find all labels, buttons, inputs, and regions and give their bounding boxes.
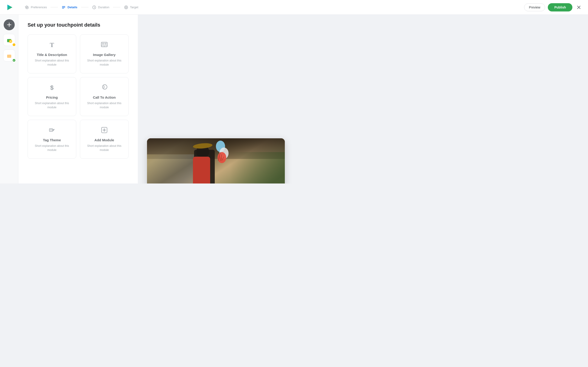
sidebar-item-2[interactable] xyxy=(3,50,15,61)
svg-rect-16 xyxy=(7,55,11,58)
page-title: Set up your touchpoint details xyxy=(27,22,129,28)
svg-point-7 xyxy=(126,7,126,8)
plus-icon xyxy=(7,22,12,27)
details-label: Details xyxy=(68,6,78,9)
pricing-icon: $ xyxy=(48,84,56,92)
backpack xyxy=(193,157,210,184)
module-card-cta[interactable]: Call To Action Short explanation about t… xyxy=(80,77,129,116)
street-right xyxy=(230,152,285,184)
module-desc-add: Short explanation about this module xyxy=(84,144,125,152)
svg-point-17 xyxy=(13,59,15,61)
video-placeholder: 0:48 xyxy=(147,138,285,184)
nav-sep-2 xyxy=(81,7,88,7)
nav-steps: Preferences Details Duration xyxy=(21,5,142,9)
person-silhouette xyxy=(188,145,225,184)
gear-icon xyxy=(25,5,29,9)
sidebar: ⏱ xyxy=(0,15,18,184)
svg-point-27 xyxy=(103,87,104,88)
module-desc-gallery: Short explanation about this module xyxy=(84,58,125,67)
module-name-gallery: Image Gallery xyxy=(93,53,115,57)
bag2-icon xyxy=(6,52,12,59)
tag-icon xyxy=(48,126,56,135)
balloon-strings xyxy=(214,152,227,161)
add-button[interactable] xyxy=(4,19,15,30)
svg-marker-0 xyxy=(7,5,12,10)
module-name-pricing: Pricing xyxy=(46,95,58,99)
details-icon xyxy=(61,5,66,9)
svg-text:⏱: ⏱ xyxy=(9,40,11,43)
module-desc-title: Short explanation about this module xyxy=(32,58,72,67)
badge-check xyxy=(12,58,16,62)
svg-text:$: $ xyxy=(50,84,54,91)
nav-step-preferences[interactable]: Preferences xyxy=(21,5,51,9)
nav-step-details[interactable]: Details xyxy=(58,5,81,9)
header: Preferences Details Duration xyxy=(0,0,294,15)
logo xyxy=(6,3,14,11)
gallery-icon xyxy=(101,41,108,50)
module-desc-pricing: Short explanation about this module xyxy=(32,101,72,109)
module-desc-cta: Short explanation about this module xyxy=(84,101,125,109)
add-module-icon xyxy=(101,126,108,135)
clock-icon xyxy=(92,5,96,9)
cta-icon xyxy=(101,84,108,92)
module-name-tag: Tag Theme xyxy=(43,138,61,142)
nav-sep-3 xyxy=(113,7,120,7)
title-icon: T xyxy=(48,41,56,50)
nav-step-duration[interactable]: Duration xyxy=(88,5,113,9)
svg-point-23 xyxy=(104,46,105,47)
module-card-image-gallery[interactable]: Image Gallery Short explanation about th… xyxy=(80,34,129,73)
module-card-tag-theme[interactable]: Tag Theme Short explanation about this m… xyxy=(27,120,76,159)
module-card-pricing[interactable]: $ Pricing Short explanation about this m… xyxy=(27,77,76,116)
duration-label: Duration xyxy=(98,6,109,9)
target-icon xyxy=(124,5,128,9)
module-name-title: Title & Description xyxy=(37,53,67,57)
badge-clock xyxy=(12,43,16,47)
module-desc-tag: Short explanation about this module xyxy=(32,144,72,152)
svg-rect-20 xyxy=(102,43,104,45)
nav-sep-1 xyxy=(51,7,58,7)
preferences-label: Preferences xyxy=(31,6,47,9)
svg-point-26 xyxy=(103,85,104,86)
svg-rect-21 xyxy=(104,43,107,45)
video-container: 0:48 xyxy=(147,138,285,184)
svg-rect-28 xyxy=(49,129,52,131)
svg-text:T: T xyxy=(50,41,54,48)
sidebar-item-1[interactable]: ⏱ xyxy=(3,34,15,46)
module-card-title-description[interactable]: T Title & Description Short explanation … xyxy=(27,34,76,73)
module-name-cta: Call To Action xyxy=(93,95,115,99)
preview-panel: 0:48 Player xyxy=(138,15,294,184)
module-grid: T Title & Description Short explanation … xyxy=(27,34,129,159)
nav-step-target[interactable]: Target xyxy=(120,5,142,9)
module-name-add: Add Module xyxy=(95,138,114,142)
svg-point-25 xyxy=(103,85,107,89)
main-content: Set up your touchpoint details T Title &… xyxy=(18,15,138,184)
module-card-add[interactable]: Add Module Short explanation about this … xyxy=(80,120,129,159)
target-label: Target xyxy=(130,6,138,9)
header-left: Preferences Details Duration xyxy=(6,3,142,11)
layout: ⏱ Set up your touchpoint details xyxy=(0,0,294,184)
bag-icon: ⏱ xyxy=(6,37,12,43)
